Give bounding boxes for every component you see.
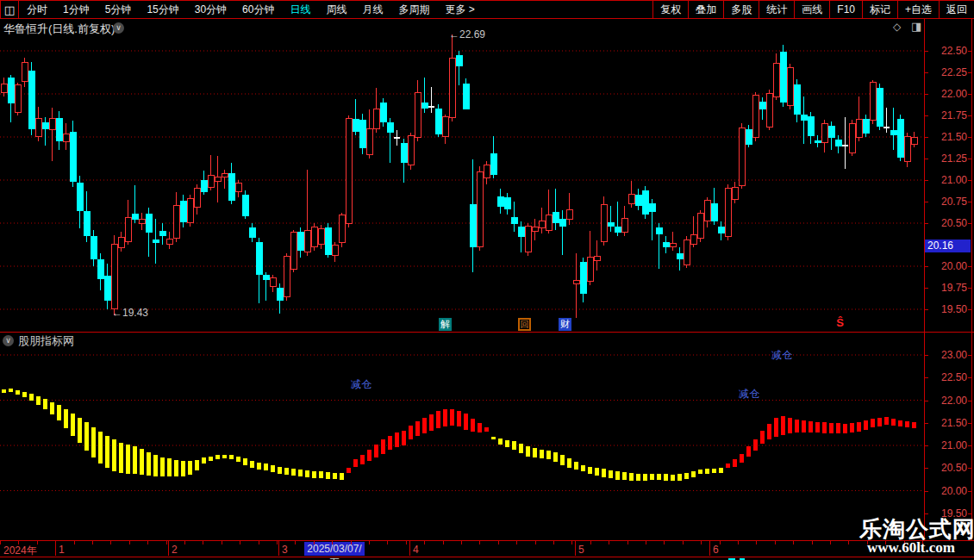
candle [546,190,552,233]
event-marker-Ŝ[interactable]: Ŝ [834,316,846,329]
toolbar-button-统计[interactable]: 统计 [759,1,794,18]
y-axis-label: 19.75 [929,282,967,294]
indicator-bar [105,436,109,468]
toolbar-button-标记[interactable]: 标记 [862,1,897,18]
toolbar-button-+自选[interactable]: +自选 [897,1,939,18]
indicator-bar [553,452,558,462]
indicator-bar [133,446,137,474]
window-layout-icon[interactable]: ◫ [0,1,19,18]
indicator-bar [264,464,268,470]
tab-5分钟[interactable]: 5分钟 [97,3,140,17]
candle [497,189,504,214]
toolbar-button-多股[interactable]: 多股 [723,1,759,18]
toolbar-button-画线[interactable]: 画线 [794,1,829,18]
indicator-bar [912,422,916,428]
candle [332,242,338,262]
candle [711,188,718,225]
y-axis-label: 22.50 [929,45,967,57]
tab-更多 >[interactable]: 更多 > [437,3,482,17]
x-axis: 2024年 2025/03/07/五 123456 [0,540,974,557]
indicator-bar [850,423,854,432]
y-axis-label: 22.00 [929,88,967,100]
x-axis-major-tick [409,541,410,556]
tab-1分钟[interactable]: 1分钟 [55,3,97,17]
indicator-bar [91,427,96,457]
indicator-bar [595,468,599,476]
candle [601,196,607,246]
event-marker-回[interactable]: 回 [518,318,531,331]
candle [608,206,615,232]
candle [146,208,153,257]
indicator-bar [629,473,634,481]
candle [559,210,566,255]
x-axis-minor-tick [110,541,111,544]
period-tabs: 分时1分钟5分钟15分钟30分钟60分钟日线周线月线多周期更多 > [19,1,483,18]
x-axis-minor-tick [516,541,517,544]
indicator-bar [429,414,434,431]
candle [821,120,827,152]
candle [311,223,317,251]
tab-60分钟[interactable]: 60分钟 [234,3,282,17]
tab-多周期[interactable]: 多周期 [390,3,437,17]
main-candlestick-chart[interactable] [0,19,924,332]
candle [808,112,815,144]
indicator-name: 股朋指标网 [18,333,74,349]
tab-日线[interactable]: 日线 [282,3,318,17]
indicator-bar [767,424,771,439]
x-axis-minor-tick [627,541,628,544]
toolbar-button-返回[interactable]: 返回 [939,1,974,18]
candle [97,253,104,290]
indicator-bar [498,439,503,445]
tab-15分钟[interactable]: 15分钟 [139,3,186,17]
toolbar-button-F10[interactable]: F10 [829,1,862,18]
tab-周线[interactable]: 周线 [318,3,354,17]
indicator-bar [712,469,716,473]
x-axis-minor-tick [406,541,407,544]
candle [104,264,111,309]
event-marker-解[interactable]: 解 [439,318,452,331]
signal-label: 减仓 [771,348,792,363]
indicator-bar [422,418,427,433]
toolbar-button-叠加[interactable]: 叠加 [688,1,723,18]
toolbar-button-复权[interactable]: 复权 [652,1,688,18]
indicator-bar [746,446,751,457]
indicator-bar [229,455,234,459]
candle [159,223,166,245]
candle [504,193,511,215]
candle [773,53,779,100]
indicator-bar [22,392,27,397]
candle [794,79,801,122]
candle [525,223,531,256]
indicator-bar [615,471,620,480]
x-axis-minor-tick [74,541,75,544]
candle [132,185,139,223]
y-axis-label: 22.25 [929,66,967,78]
indicator-bar [312,471,316,478]
indicator-bar [546,451,551,459]
low-price-annotation: ←19.43 [112,307,148,319]
candle [373,88,379,133]
event-marker-财[interactable]: 财 [559,318,571,331]
candle [587,231,593,285]
indicator-bar [209,457,213,461]
candle [28,62,35,135]
tab-分时[interactable]: 分时 [19,3,55,17]
x-axis-minor-tick [775,541,776,544]
candle [890,108,897,150]
candle [684,236,690,268]
tab-30分钟[interactable]: 30分钟 [187,3,234,17]
chevron-down-icon[interactable]: ∨ [3,335,14,346]
indicator-bar [788,418,792,433]
candle [339,213,345,247]
candle [766,90,772,130]
x-axis-month-label: 6 [713,544,719,556]
x-axis-major-tick [278,541,279,556]
indicator-bar [188,461,192,475]
indicator-bar [636,474,640,481]
indicator-bar [740,454,744,463]
x-axis-minor-tick [793,541,794,544]
tab-月线[interactable]: 月线 [354,3,390,17]
indicator-chart[interactable] [0,332,924,540]
candle [704,197,710,227]
x-axis-minor-tick [222,541,222,544]
